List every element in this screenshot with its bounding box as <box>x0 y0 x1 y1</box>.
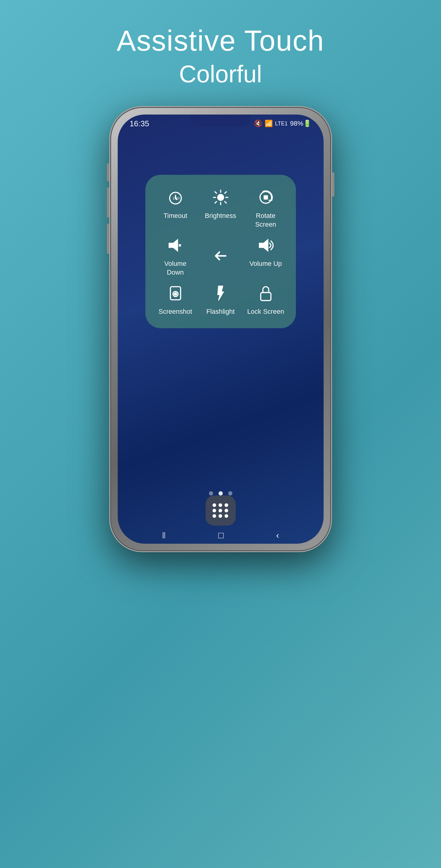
power-button[interactable] <box>332 173 334 196</box>
nav-home-icon[interactable]: □ <box>218 530 224 540</box>
volume-up-icon <box>255 235 276 256</box>
assistive-touch-menu: 10m Timeout <box>145 175 296 328</box>
status-time: 16:35 <box>130 119 149 128</box>
bottom-nav: ⦀ □ ‹ <box>118 527 324 544</box>
svg-line-8 <box>225 202 226 203</box>
at-item-volume-up[interactable]: Volume Up <box>245 235 287 277</box>
flashlight-icon <box>210 283 231 304</box>
at-item-volume-down[interactable]: Volume Down <box>155 235 197 277</box>
notch <box>191 115 251 127</box>
volume-down-icon <box>165 235 186 256</box>
nav-dot-0[interactable] <box>209 491 213 495</box>
rotate-icon <box>255 187 276 208</box>
phone-wrapper: 16:35 🔇 📶 LTE1 98%🔋 10m Timeout <box>109 106 332 552</box>
nav-back-icon[interactable]: ‹ <box>276 530 279 540</box>
svg-line-10 <box>215 202 216 203</box>
at-item-brightness[interactable]: Brightness <box>200 187 242 229</box>
at-item-lock-screen[interactable]: Lock Screen <box>245 283 287 316</box>
lock-screen-label: Lock Screen <box>247 307 284 316</box>
app-title-sub: Colorful <box>117 60 325 88</box>
at-item-screenshot[interactable]: Screenshot <box>155 283 197 316</box>
wifi-icon: 📶 <box>265 120 273 127</box>
at-item-flashlight[interactable]: Flashlight <box>200 283 242 316</box>
home-button-grid <box>212 503 229 518</box>
back-arrow-icon <box>210 245 231 267</box>
nav-dot-2[interactable] <box>228 491 232 495</box>
timeout-label: Timeout <box>164 212 187 220</box>
screenshot-label: Screenshot <box>159 307 192 316</box>
brightness-label: Brightness <box>205 212 236 220</box>
svg-line-9 <box>225 192 226 193</box>
volume-up-label: Volume Up <box>249 259 282 268</box>
at-item-timeout[interactable]: 10m Timeout <box>155 187 197 229</box>
svg-text:10m: 10m <box>172 196 180 200</box>
battery-icon: 98%🔋 <box>290 120 311 127</box>
status-icons: 🔇 📶 LTE1 98%🔋 <box>254 120 311 127</box>
lock-screen-icon <box>255 283 276 304</box>
svg-rect-20 <box>261 293 271 301</box>
brightness-icon <box>210 187 231 208</box>
volume-down-label: Volume Down <box>164 259 186 277</box>
nav-dots <box>209 491 232 495</box>
svg-rect-12 <box>263 195 268 200</box>
at-item-back[interactable] <box>200 235 242 277</box>
svg-marker-13 <box>169 240 178 251</box>
nav-dot-1[interactable] <box>218 491 223 495</box>
screenshot-icon <box>165 283 186 304</box>
nav-recent-icon[interactable]: ⦀ <box>162 530 166 541</box>
app-title-main: Assistive Touch <box>117 24 325 57</box>
mute-icon: 🔇 <box>254 120 262 127</box>
svg-point-19 <box>174 293 176 295</box>
phone-screen: 16:35 🔇 📶 LTE1 98%🔋 10m Timeout <box>118 115 324 544</box>
at-item-rotate[interactable]: Rotate Screen <box>245 187 287 229</box>
rotate-label: Rotate Screen <box>255 212 276 229</box>
svg-marker-16 <box>259 240 268 251</box>
volume-button-3[interactable] <box>107 224 109 254</box>
home-button[interactable] <box>206 495 236 526</box>
app-header: Assistive Touch Colorful <box>117 24 325 88</box>
volume-button-2[interactable] <box>107 187 109 218</box>
timeout-icon: 10m <box>165 187 186 208</box>
signal-icon: LTE1 <box>275 121 288 127</box>
svg-line-7 <box>215 192 216 193</box>
svg-point-2 <box>218 194 223 200</box>
volume-button-1[interactable] <box>107 163 109 181</box>
flashlight-label: Flashlight <box>206 307 235 316</box>
